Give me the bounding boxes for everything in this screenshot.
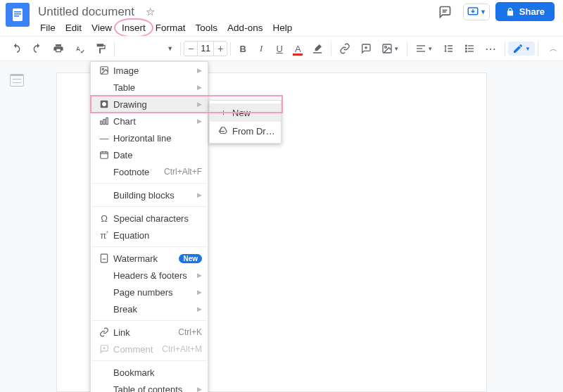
- docs-logo-icon[interactable]: [6, 3, 30, 27]
- plus-icon: ＋: [215, 106, 231, 119]
- menu-label: Break: [112, 304, 197, 315]
- insert-toc-item[interactable]: Table of contents ▶: [91, 381, 208, 392]
- increase-font-button[interactable]: +: [214, 43, 227, 54]
- menu-label: Equation: [112, 230, 202, 241]
- decrease-font-button[interactable]: −: [184, 43, 197, 54]
- more-tools-button[interactable]: ⋯: [482, 40, 500, 57]
- insert-bookmark-item[interactable]: Bookmark: [91, 364, 208, 381]
- font-size-value[interactable]: 11: [197, 42, 214, 56]
- insert-watermark-item[interactable]: Watermark New: [91, 250, 208, 267]
- menu-help[interactable]: Help: [267, 20, 297, 35]
- spellcheck-button[interactable]: [71, 40, 88, 57]
- insert-image-item[interactable]: Image ▶: [91, 62, 208, 79]
- drawing-submenu-panel: ＋ New From Drive: [209, 100, 282, 144]
- menu-addons[interactable]: Add-ons: [222, 20, 267, 35]
- insert-break-item[interactable]: Break ▶: [91, 301, 208, 317]
- present-dropdown-button[interactable]: ▼: [463, 4, 490, 20]
- shortcut-label: Ctrl+K: [178, 327, 202, 337]
- divider: [407, 42, 407, 56]
- insert-horizontal-line-item[interactable]: — Horizontal line: [91, 129, 208, 146]
- font-size-control[interactable]: − 11 +: [184, 41, 227, 56]
- svg-rect-2: [14, 13, 21, 15]
- new-badge: New: [179, 254, 202, 263]
- share-button[interactable]: Share: [495, 2, 555, 21]
- menu-insert[interactable]: Insert: [117, 20, 151, 35]
- insert-page-numbers-item[interactable]: Page numbers ▶: [91, 284, 208, 301]
- line-spacing-button[interactable]: [440, 40, 457, 57]
- insert-headers-footers-item[interactable]: Headers & footers ▶: [91, 267, 208, 284]
- caret-down-icon: ▼: [480, 8, 486, 15]
- workspace: Image ▶ Table ▶ Drawing ▶ Chart ▶ — Hori…: [0, 61, 563, 392]
- menu-label: From Drive: [231, 126, 275, 137]
- comment-history-icon[interactable]: [438, 5, 452, 19]
- insert-link-button[interactable]: [336, 40, 353, 57]
- drawing-from-drive-item[interactable]: From Drive: [210, 122, 281, 140]
- collapse-toolbar-button[interactable]: ︿: [550, 44, 557, 54]
- menu-label: Watermark: [112, 253, 179, 264]
- insert-special-characters-item[interactable]: Ω Special characters: [91, 210, 208, 227]
- share-label: Share: [519, 6, 545, 17]
- insert-menu-panel: Image ▶ Table ▶ Drawing ▶ Chart ▶ — Hori…: [90, 61, 208, 392]
- svg-rect-14: [465, 45, 467, 47]
- insert-building-blocks-item[interactable]: Building blocks ▶: [91, 186, 208, 203]
- menu-label: Special characters: [112, 213, 202, 224]
- bold-button[interactable]: B: [236, 40, 250, 57]
- document-title[interactable]: Untitled document: [38, 5, 134, 19]
- text-color-button[interactable]: A: [291, 40, 305, 57]
- undo-button[interactable]: [8, 40, 25, 57]
- insert-comment-item: Comment Ctrl+Alt+M: [91, 341, 208, 358]
- star-icon[interactable]: ☆: [146, 6, 155, 18]
- image-icon: [96, 65, 112, 75]
- divider: [505, 42, 505, 56]
- insert-date-item[interactable]: Date: [91, 146, 208, 163]
- align-button[interactable]: ▼: [412, 40, 436, 57]
- divider: [180, 42, 181, 56]
- insert-footnote-item[interactable]: Footnote Ctrl+Alt+F: [91, 163, 208, 180]
- menu-label: Table of contents: [112, 384, 197, 393]
- svg-rect-27: [101, 152, 108, 158]
- svg-point-23: [102, 102, 106, 106]
- insert-table-item[interactable]: Table ▶: [91, 79, 208, 96]
- underline-button[interactable]: U: [272, 40, 286, 57]
- drawing-new-item[interactable]: ＋ New: [210, 103, 281, 122]
- submenu-arrow-icon: ▶: [197, 191, 202, 198]
- redo-button[interactable]: [29, 40, 46, 57]
- menu-separator: [92, 206, 206, 207]
- insert-link-item[interactable]: Link Ctrl+K: [91, 324, 208, 341]
- divider: [230, 42, 231, 56]
- omega-icon: Ω: [96, 213, 112, 224]
- svg-rect-24: [101, 121, 102, 125]
- menu-label: Link: [112, 327, 178, 338]
- menu-edit[interactable]: Edit: [61, 20, 87, 35]
- svg-rect-3: [14, 15, 19, 17]
- svg-rect-31: [101, 254, 107, 263]
- highlight-color-button[interactable]: [309, 40, 326, 57]
- print-button[interactable]: [50, 40, 67, 57]
- insert-image-button[interactable]: ▼: [379, 40, 402, 57]
- document-outline-icon[interactable]: [10, 74, 24, 87]
- menu-file[interactable]: File: [35, 20, 61, 35]
- svg-rect-19: [468, 51, 474, 51]
- submenu-arrow-icon: ▶: [197, 67, 202, 74]
- menu-format[interactable]: Format: [151, 20, 191, 35]
- caret-down-icon[interactable]: ▼: [167, 45, 173, 52]
- menu-tools[interactable]: Tools: [191, 20, 223, 35]
- italic-button[interactable]: I: [254, 40, 268, 57]
- menu-label: Date: [112, 150, 202, 160]
- insert-equation-item[interactable]: π² Equation: [91, 227, 208, 244]
- insert-drawing-item[interactable]: Drawing ▶: [91, 96, 208, 113]
- divider: [331, 42, 331, 56]
- menu-bar: File Edit View Insert Format Tools Add-o…: [0, 19, 563, 36]
- svg-rect-13: [417, 51, 425, 51]
- insert-comment-button[interactable]: [358, 40, 374, 57]
- menu-label: Table: [112, 82, 197, 93]
- editing-mode-button[interactable]: ▼: [508, 42, 535, 56]
- comment-icon: [96, 344, 112, 354]
- checklist-button[interactable]: [461, 40, 478, 57]
- menu-separator: [92, 360, 206, 361]
- menu-view[interactable]: View: [87, 20, 117, 35]
- divider: [538, 42, 538, 56]
- insert-chart-item[interactable]: Chart ▶: [91, 113, 208, 129]
- svg-rect-18: [468, 48, 474, 49]
- paint-format-button[interactable]: [92, 40, 109, 57]
